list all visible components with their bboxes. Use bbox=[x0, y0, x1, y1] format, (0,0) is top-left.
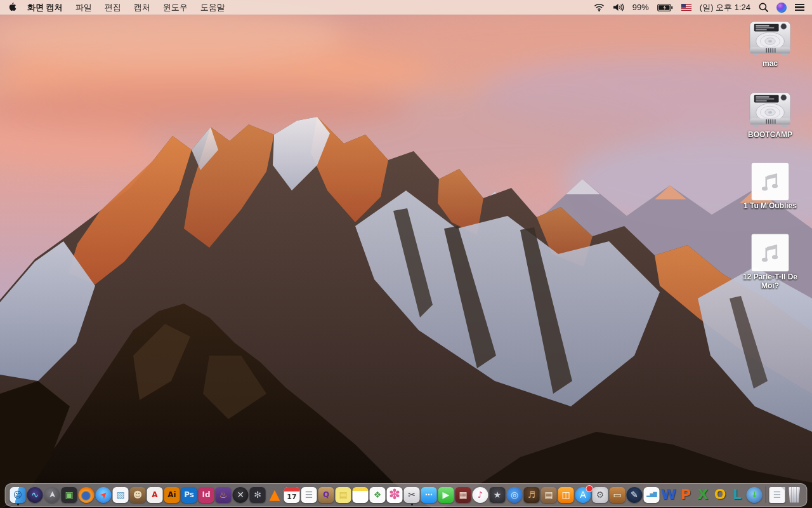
dock-item-system-preferences[interactable]: ⚙ bbox=[592, 486, 608, 503]
reminders-icon: ☰ bbox=[301, 487, 317, 503]
dock-item-finder[interactable]: ☺ bbox=[10, 486, 26, 503]
mission-control-glyph: ▣ bbox=[65, 490, 73, 499]
dock-item-quark-inbox[interactable]: Q bbox=[318, 486, 334, 503]
adobe-indesign-glyph: Id bbox=[202, 491, 210, 498]
menu-edit[interactable]: 편집 bbox=[98, 2, 128, 13]
dock-item-adobe-illustrator[interactable]: Ai bbox=[164, 486, 180, 503]
dock-item-ibooks[interactable]: ◫ bbox=[558, 486, 574, 503]
dock-item-firefox[interactable] bbox=[78, 486, 95, 503]
desktop-icon-label: mac bbox=[737, 59, 803, 68]
dock-item-outlook[interactable]: O bbox=[712, 486, 728, 503]
dock-item-facetime[interactable]: ▶ bbox=[438, 486, 454, 503]
dock-item-photo-booth[interactable]: ▦ bbox=[455, 486, 471, 503]
itunes-glyph: ♪ bbox=[478, 490, 483, 499]
dock-item-xee-image-viewer[interactable]: ✕ bbox=[232, 486, 249, 503]
notes-icon bbox=[353, 487, 369, 503]
dock-item-web-downloader[interactable]: ↓ bbox=[746, 486, 763, 503]
dock-item-toast-titanium[interactable]: ♨ bbox=[215, 486, 232, 503]
notification-center-icon[interactable] bbox=[795, 4, 804, 11]
excel-glyph: X bbox=[698, 488, 709, 502]
dock-item-app-store[interactable]: A bbox=[575, 486, 591, 503]
adobe-illustrator-icon: Ai bbox=[164, 487, 180, 503]
disk-fan-utility-icon: ✻ bbox=[250, 487, 266, 503]
lync-glyph: L bbox=[733, 488, 742, 502]
dock-item-excel[interactable]: X bbox=[695, 486, 711, 503]
dock-item-adobe-acrobat-reader[interactable]: A bbox=[147, 486, 163, 503]
word-glyph: W bbox=[661, 488, 676, 502]
desktop-icon-bootcamp-drive[interactable]: BOOTCAMP bbox=[737, 91, 803, 139]
wifi-icon[interactable] bbox=[594, 3, 605, 11]
desktop-wallpaper[interactable] bbox=[0, 0, 812, 508]
dock-item-itunes[interactable]: ♪ bbox=[472, 486, 488, 503]
volume-icon[interactable] bbox=[613, 3, 624, 11]
input-source-us-flag-icon[interactable] bbox=[681, 4, 691, 11]
dock-item-adobe-indesign[interactable]: Id bbox=[198, 486, 214, 503]
dock-item-dvd-studio[interactable]: ◎ bbox=[506, 486, 523, 503]
dock-item-lync[interactable]: L bbox=[729, 486, 745, 503]
desktop-icon-audio-file-2[interactable]: 12 Parle-T-Il De Moi? bbox=[737, 234, 803, 290]
dock-item-pages[interactable]: ✎ bbox=[626, 486, 643, 503]
audio-file-icon bbox=[737, 234, 803, 272]
menu-file[interactable]: 파일 bbox=[69, 2, 98, 13]
dock-item-photos[interactable]: ✽ bbox=[386, 486, 403, 503]
adobe-illustrator-glyph: Ai bbox=[167, 491, 176, 498]
menu-app-name[interactable]: 화면 캡처 bbox=[25, 2, 69, 13]
trash-icon bbox=[787, 487, 802, 503]
reminders-glyph: ☰ bbox=[305, 490, 313, 499]
dock-item-siri[interactable]: ∿ bbox=[27, 486, 43, 503]
menu-clock[interactable]: (일) 오후 1:24 bbox=[700, 2, 750, 13]
battery-charging-icon[interactable] bbox=[657, 4, 673, 11]
menu-window[interactable]: 윈도우 bbox=[157, 2, 194, 13]
powerpoint-icon: P bbox=[678, 487, 694, 503]
dvd-studio-glyph: ◎ bbox=[511, 490, 518, 499]
siri-menu-icon[interactable] bbox=[776, 3, 787, 13]
stickies-icon: ▤ bbox=[336, 487, 351, 503]
siri-glyph: ∿ bbox=[31, 490, 39, 499]
powerpoint-glyph: P bbox=[681, 488, 691, 502]
keynote-icon: ▭ bbox=[610, 487, 625, 503]
web-downloader-icon: ↓ bbox=[747, 487, 763, 503]
apple-menu-icon[interactable] bbox=[8, 2, 17, 13]
app-store-glyph: A bbox=[580, 490, 586, 499]
keynote-glyph: ▭ bbox=[613, 490, 621, 499]
safari-glyph: ➤ bbox=[98, 489, 109, 500]
dock-item-safari[interactable]: ➤ bbox=[95, 486, 112, 503]
screen-capture-grab-glyph: ✂ bbox=[408, 490, 416, 499]
desktop-icon-audio-file-1[interactable]: 1 Tu M'Oublies bbox=[737, 163, 803, 210]
dock-item-disk-fan-utility[interactable]: ✻ bbox=[249, 486, 266, 503]
dock-item-messages[interactable]: ⋯ bbox=[421, 486, 437, 503]
dock-item-keynote[interactable]: ▭ bbox=[609, 486, 625, 503]
dock-item-calendar[interactable]: 17 bbox=[284, 486, 300, 503]
dock-item-preview[interactable]: ▧ bbox=[112, 486, 129, 503]
dock-item-numbers[interactable]: ▂▅▇ bbox=[643, 486, 660, 503]
dock-item-screen-capture-grab[interactable]: ✂ bbox=[403, 486, 420, 503]
adobe-acrobat-reader-glyph: A bbox=[152, 491, 157, 498]
quark-inbox-glyph: Q bbox=[323, 491, 329, 498]
desktop-icon-mac-drive[interactable]: mac bbox=[737, 20, 803, 68]
dock-item-stickies[interactable]: ▤ bbox=[335, 486, 351, 503]
dock-item-scrapbook-kit[interactable]: ▤ bbox=[540, 486, 557, 503]
dock-item-mission-control[interactable]: ▣ bbox=[61, 486, 77, 503]
screen-capture-grab-icon: ✂ bbox=[404, 487, 420, 503]
dock-item-trash[interactable] bbox=[786, 486, 802, 503]
dock-item-word[interactable]: W bbox=[660, 486, 677, 503]
spotlight-search-icon[interactable] bbox=[759, 3, 768, 12]
dock-item-powerpoint[interactable]: P bbox=[678, 486, 694, 503]
dock-item-garageband[interactable]: ♬ bbox=[523, 486, 540, 503]
siri-icon: ∿ bbox=[27, 487, 43, 503]
dock-item-notes[interactable] bbox=[352, 486, 369, 503]
dock-item-document-file[interactable]: ☰ bbox=[769, 486, 785, 503]
system-preferences-icon: ⚙ bbox=[593, 487, 608, 503]
ibooks-icon: ◫ bbox=[558, 487, 574, 503]
menu-capture[interactable]: 캡처 bbox=[128, 2, 157, 13]
dock-item-imovie[interactable]: ★ bbox=[489, 486, 506, 503]
dock-item-reminders[interactable]: ☰ bbox=[301, 486, 317, 503]
dock-item-adobe-photoshop[interactable]: Ps bbox=[181, 486, 197, 503]
menu-help[interactable]: 도움말 bbox=[194, 2, 232, 13]
dock-item-vlc[interactable]: ▲ bbox=[266, 486, 283, 503]
dock-item-launchpad[interactable]: ➤ bbox=[44, 486, 60, 503]
dock-item-document-stack[interactable]: ❖ bbox=[369, 486, 386, 503]
macos-desktop: { "menu_bar": { "menus": ["화면 캡처", "파일",… bbox=[0, 0, 812, 508]
dock-item-contacts[interactable]: ☻ bbox=[129, 486, 146, 503]
outlook-icon: O bbox=[712, 487, 728, 503]
